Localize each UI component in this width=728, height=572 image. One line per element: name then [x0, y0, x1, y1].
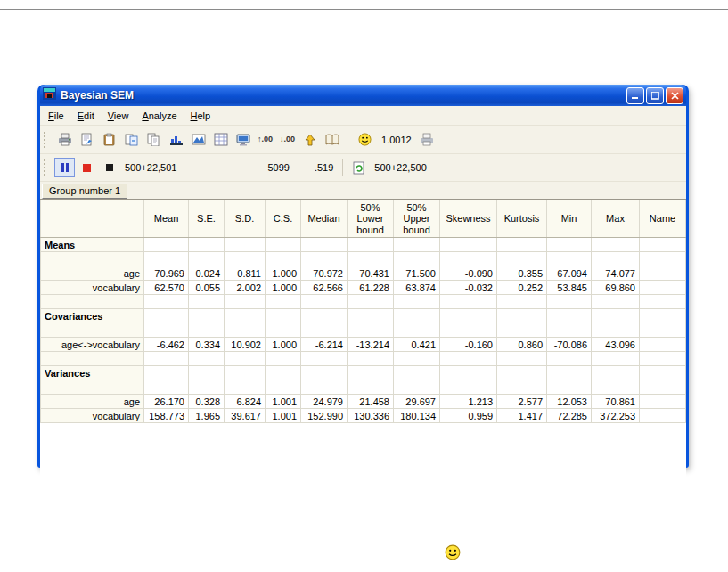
- value-cell: [497, 323, 547, 338]
- menu-view[interactable]: View: [108, 110, 129, 121]
- value-cell: 69.860: [592, 281, 640, 295]
- column-header: Name: [640, 200, 686, 238]
- value-cell: [266, 323, 301, 338]
- menu-edit[interactable]: Edit: [78, 110, 94, 121]
- menu-help[interactable]: Help: [191, 110, 211, 121]
- value-cell: 152.990: [301, 409, 348, 423]
- print-preview-button[interactable]: [417, 130, 438, 150]
- value-cell: [640, 395, 686, 409]
- acceptance-rate: .519: [315, 162, 333, 173]
- table-row: age26.1700.3286.8241.00124.97921.45829.6…: [41, 395, 686, 409]
- value-cell: 158.773: [144, 409, 189, 423]
- paste-path-button[interactable]: [121, 130, 142, 150]
- pause-icon: [61, 163, 69, 172]
- screen-button[interactable]: [233, 130, 253, 150]
- menu-file[interactable]: File: [48, 110, 64, 121]
- step-button[interactable]: [99, 158, 119, 177]
- value-cell: 43.096: [592, 338, 640, 352]
- page-export-button[interactable]: [77, 130, 97, 150]
- refresh-button[interactable]: [348, 158, 369, 177]
- copy-button[interactable]: [143, 130, 164, 150]
- picture-polygon-button[interactable]: [188, 130, 209, 150]
- corner-header-cell: [41, 200, 144, 238]
- value-cell: [640, 295, 686, 309]
- table-row: [41, 380, 686, 395]
- value-cell: [394, 252, 440, 266]
- main-toolbar: ↑.00 ↓.00 1.0012: [40, 126, 686, 154]
- close-button[interactable]: [666, 87, 683, 104]
- first-sample-button[interactable]: [299, 130, 320, 150]
- value-cell: [144, 380, 189, 395]
- value-cell: [440, 252, 497, 266]
- value-cell: [189, 323, 225, 338]
- value-cell: 39.617: [225, 409, 266, 423]
- row-label: Covariances: [41, 309, 144, 323]
- clipboard-button[interactable]: [99, 130, 119, 150]
- row-label: age: [41, 395, 144, 409]
- value-cell: 72.285: [547, 409, 592, 423]
- value-cell: 130.336: [348, 409, 394, 423]
- value-cell: [189, 238, 225, 252]
- value-cell: [394, 352, 440, 366]
- value-cell: [547, 252, 592, 266]
- value-cell: -6.214: [301, 338, 348, 352]
- grid-table-button[interactable]: [210, 130, 231, 150]
- value-cell: [640, 323, 686, 338]
- stop-button[interactable]: [77, 158, 97, 177]
- value-cell: [189, 309, 225, 323]
- table-row: vocabulary158.7731.96539.6171.001152.990…: [41, 409, 686, 423]
- column-header: Kurtosis: [497, 200, 547, 238]
- step-icon: [106, 164, 113, 171]
- samples-counter-right: 500+22,500: [374, 162, 426, 173]
- notes-book-button[interactable]: [322, 130, 342, 150]
- value-cell: 372.253: [592, 409, 640, 423]
- row-label: Variances: [41, 366, 144, 380]
- value-cell: [440, 295, 497, 309]
- window-controls: [626, 87, 683, 104]
- value-cell: 0.811: [225, 266, 266, 281]
- value-cell: [640, 409, 686, 423]
- value-cell: 1.001: [266, 395, 301, 409]
- row-label: [41, 252, 144, 266]
- value-cell: [592, 252, 640, 266]
- value-cell: [497, 252, 547, 266]
- table-row: Covariances: [41, 309, 686, 323]
- row-label: Means: [41, 238, 144, 252]
- bar-chart-button[interactable]: [166, 130, 186, 150]
- minimize-button[interactable]: [626, 87, 644, 104]
- value-cell: [144, 252, 189, 266]
- value-cell: [592, 323, 640, 338]
- title-bar[interactable]: Bayesian SEM: [40, 85, 686, 106]
- group-tab[interactable]: Group number 1: [42, 184, 127, 199]
- smiley-icon: [445, 544, 461, 560]
- value-cell: [266, 252, 301, 266]
- value-cell: [348, 380, 394, 395]
- status-separator: [342, 159, 343, 176]
- value-cell: [225, 309, 266, 323]
- print-button[interactable]: [54, 130, 75, 150]
- maximize-button[interactable]: [646, 87, 664, 104]
- decrease-decimal-button[interactable]: ↓.00: [277, 130, 298, 150]
- column-header: Min: [547, 200, 592, 238]
- value-cell: 29.697: [394, 395, 440, 409]
- column-header: Skewness: [440, 200, 497, 238]
- column-header: S.D.: [225, 200, 266, 238]
- convergence-value: 1.0012: [381, 135, 412, 145]
- value-cell: [225, 295, 266, 309]
- value-cell: [497, 380, 547, 395]
- value-cell: [497, 295, 547, 309]
- row-label: [41, 352, 144, 366]
- value-cell: [497, 352, 547, 366]
- menu-analyze[interactable]: Analyze: [142, 110, 176, 121]
- value-cell: [547, 323, 592, 338]
- value-cell: 71.500: [394, 266, 440, 281]
- value-cell: -6.462: [144, 338, 189, 352]
- value-cell: [592, 309, 640, 323]
- value-cell: 61.228: [348, 281, 394, 295]
- increase-decimal-button[interactable]: ↑.00: [255, 130, 275, 150]
- value-cell: [301, 323, 348, 338]
- column-header: S.E.: [189, 200, 225, 238]
- pause-button[interactable]: [54, 158, 75, 177]
- value-cell: [394, 295, 440, 309]
- value-cell: [497, 238, 547, 252]
